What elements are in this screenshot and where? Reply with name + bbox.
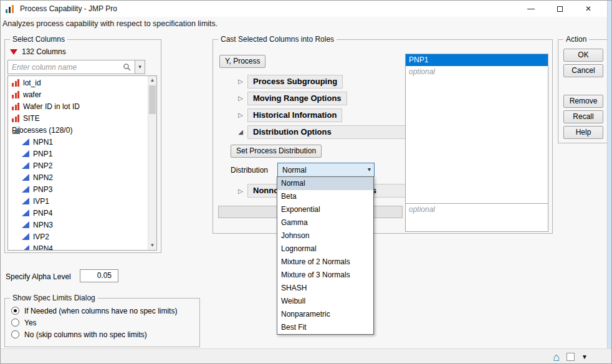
action-secondary-buttons: Remove Recall Help	[563, 95, 603, 139]
maximize-button[interactable]	[545, 1, 574, 17]
column-type-icon	[22, 150, 29, 157]
jmp-app-icon	[5, 4, 15, 14]
column-list-item[interactable]: NPN2	[8, 171, 147, 183]
dropdown-option[interactable]: Mixture of 2 Normals	[277, 256, 373, 269]
column-label: lot_id	[23, 79, 41, 87]
distribution-combobox[interactable]: Normal ▾	[277, 163, 375, 177]
spec-limits-radio-option[interactable]: Yes	[11, 317, 177, 328]
scroll-down-icon[interactable]: ▼	[148, 241, 156, 250]
disclosure-triangle-icon[interactable]: ▷	[237, 78, 244, 85]
action-button[interactable]: Cancel	[563, 64, 603, 77]
column-type-icon	[22, 221, 29, 228]
disclosure-triangle-icon[interactable]: ▷	[237, 188, 244, 194]
dropdown-option[interactable]: Mixture of 3 Normals	[277, 269, 373, 282]
section-header[interactable]: Process Subgrouping	[247, 75, 343, 89]
column-list-item[interactable]: PNP1	[8, 148, 147, 160]
column-type-icon	[22, 174, 29, 181]
action-button[interactable]: Recall	[563, 110, 603, 123]
column-list-item[interactable]: PNP2	[8, 160, 147, 171]
section-header[interactable]: Distribution Options	[247, 125, 406, 139]
disclosure-section[interactable]: ◢ Distribution Options	[237, 125, 406, 138]
column-label: PNP4	[33, 209, 52, 218]
optional-placeholder: optional	[406, 204, 548, 216]
dropdown-option[interactable]: Exponential	[277, 203, 373, 216]
column-type-icon	[12, 115, 19, 122]
disclosure-section[interactable]: ▷ Moving Range Options	[237, 92, 406, 105]
status-bar: ⌂ ▼	[1, 348, 611, 364]
radio-icon[interactable]	[11, 318, 19, 327]
column-list-item[interactable]: SITE	[8, 112, 147, 124]
column-search-input[interactable]: Enter column name	[7, 60, 135, 74]
column-label: Processes (128/0)	[12, 126, 72, 135]
action-button[interactable]: Help	[563, 126, 603, 139]
dropdown-option[interactable]: Gamma	[277, 216, 373, 229]
column-list-scrollbar[interactable]: ▲ ▼	[148, 76, 156, 250]
disclosure-triangle-icon[interactable]: ▷	[237, 112, 244, 118]
home-window-icon[interactable]: ⌂	[553, 352, 560, 363]
secondary-role-list-box[interactable]: optional	[405, 203, 548, 232]
section-header[interactable]: Moving Range Options	[247, 92, 347, 105]
distribution-dropdown-list[interactable]: Normal Beta Exponential Gamma Johnson Lo…	[277, 176, 374, 335]
column-type-icon	[22, 198, 29, 204]
spec-limits-radio-option[interactable]: If Needed (when columns have no spec lim…	[11, 305, 177, 316]
action-button[interactable]: OK	[563, 49, 603, 62]
column-list-item[interactable]: IVP2	[8, 231, 147, 242]
column-type-icon	[22, 233, 29, 240]
radio-label: If Needed (when columns have no spec lim…	[24, 307, 177, 315]
alpha-level-field[interactable]: 0.05	[80, 269, 118, 282]
column-label: PNP3	[33, 185, 52, 194]
section-header[interactable]: Historical Information	[247, 108, 342, 122]
column-list-item[interactable]: PNP4	[8, 207, 147, 219]
disclosure-triangle-icon[interactable]: ▷	[237, 95, 244, 102]
selected-cast-column[interactable]: PNP1	[406, 54, 548, 66]
dropdown-option[interactable]: SHASH	[277, 282, 373, 295]
column-label: NPN3	[33, 221, 53, 229]
column-list-item[interactable]: NPN3	[8, 219, 147, 231]
column-list-item[interactable]: Processes (128/0)	[8, 124, 147, 136]
radio-icon[interactable]	[11, 307, 19, 315]
y-process-list-box[interactable]: PNP1 optional	[405, 54, 548, 204]
dropdown-option[interactable]: Johnson	[277, 229, 373, 242]
column-list-item[interactable]: wafer	[8, 89, 147, 100]
dropdown-option[interactable]: Weibull	[277, 295, 373, 308]
disclosure-section[interactable]: ▷ Historical Information	[237, 108, 406, 122]
red-triangle-menu-icon[interactable]	[10, 49, 17, 55]
distribution-label: Distribution	[231, 166, 268, 175]
dropdown-option[interactable]: Beta	[277, 190, 373, 203]
y-process-role-button[interactable]: Y, Process	[219, 55, 265, 68]
scrollbar-thumb[interactable]	[149, 85, 156, 114]
column-list-item[interactable]: lot_id	[8, 77, 147, 89]
column-label: PNP2	[33, 161, 52, 170]
column-list-item[interactable]: PNP3	[8, 183, 147, 195]
disclosure-triangle-icon[interactable]: ◢	[237, 128, 244, 135]
status-checkbox[interactable]	[567, 353, 575, 361]
status-dropdown-icon[interactable]: ▼	[581, 353, 588, 360]
dropdown-option[interactable]: Best Fit	[277, 321, 373, 334]
column-label: wafer	[23, 90, 41, 99]
radio-label: No (skip columns with no spec limits)	[24, 330, 147, 339]
close-button[interactable]: ✕	[574, 1, 603, 17]
column-list-item[interactable]: NPN1	[8, 136, 147, 148]
spec-limits-radio-option[interactable]: No (skip columns with no spec limits)	[11, 329, 177, 340]
disclosure-section[interactable]: ▷ Process Subgrouping	[237, 75, 406, 88]
window-title: Process Capability - JMP Pro	[20, 4, 117, 13]
action-button[interactable]: Remove	[563, 95, 603, 108]
scroll-up-icon[interactable]: ▲	[148, 76, 156, 85]
search-options-dropdown-button[interactable]: ▾	[135, 60, 145, 74]
dropdown-option[interactable]: Nonparametric	[277, 308, 373, 321]
radio-icon[interactable]	[11, 330, 19, 338]
maximize-icon	[557, 6, 563, 12]
column-list-item[interactable]: NPN4	[8, 242, 147, 251]
column-label: NPN4	[33, 244, 53, 251]
optional-placeholder: optional	[406, 66, 548, 78]
dropdown-option[interactable]: Normal	[277, 177, 373, 190]
column-type-icon	[12, 79, 19, 87]
column-label: NPN1	[33, 138, 53, 146]
set-process-distribution-button[interactable]: Set Process Distribution	[231, 145, 322, 158]
dropdown-option[interactable]: Lognormal	[277, 242, 373, 256]
column-list-item[interactable]: Wafer ID in lot ID	[8, 100, 147, 112]
action-primary-buttons: OK Cancel	[563, 49, 603, 77]
minimize-button[interactable]: —	[517, 1, 545, 17]
column-list-item[interactable]: IVP1	[8, 195, 147, 207]
column-list-box[interactable]: lot_id wafer Wafer ID in lot ID	[7, 75, 157, 251]
